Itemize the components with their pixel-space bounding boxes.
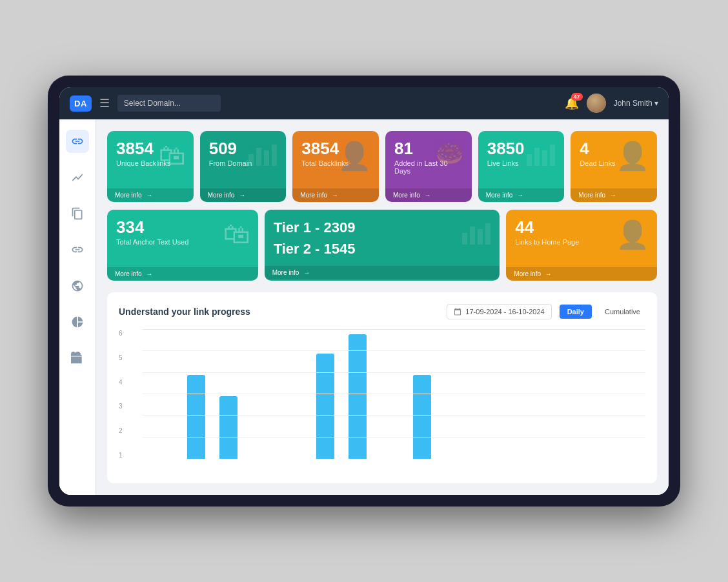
domain-select[interactable]: Select Domain... <box>117 95 221 112</box>
stats-row-1: 3854 Unique Backlinks 🛍 More info → 509 … <box>107 131 657 202</box>
svg-rect-9 <box>470 226 475 245</box>
sidebar <box>59 119 96 495</box>
main-layout: 3854 Unique Backlinks 🛍 More info → 509 … <box>59 119 669 495</box>
total-anchor-more[interactable]: More info → <box>107 267 258 281</box>
date-range-button[interactable]: 17-09-2024 - 16-10-2024 <box>447 304 551 319</box>
card-from-domain: 509 From Domain More info → <box>200 131 287 202</box>
added-30-days-more[interactable]: More info → <box>385 188 472 202</box>
card-added-30-days: 81 Added in Last 30 Days 🍩 More info → <box>385 131 472 202</box>
from-domain-more[interactable]: More info → <box>200 188 287 202</box>
svg-rect-5 <box>534 148 540 166</box>
tier2-number: Tier 2 - 1545 <box>274 240 491 259</box>
sidebar-item-pie[interactable] <box>66 310 89 334</box>
card-links-home: 44 Links to Home Page 👤 More info → <box>506 210 657 281</box>
y-label-4: 4 <box>119 379 123 386</box>
dead-links-icon: 👤 <box>616 140 649 172</box>
avatar <box>587 94 606 113</box>
bag-icon: 🛍 <box>159 140 186 171</box>
svg-rect-7 <box>550 145 555 166</box>
bell-wrap: 🔔 47 <box>565 96 579 110</box>
y-label-2: 2 <box>119 427 123 434</box>
svg-rect-6 <box>542 150 547 166</box>
svg-rect-1 <box>256 148 261 166</box>
svg-rect-0 <box>248 154 254 166</box>
svg-rect-11 <box>485 223 490 245</box>
card-unique-backlinks: 3854 Unique Backlinks 🛍 More info → <box>107 131 194 202</box>
live-links-chart-icon <box>525 141 558 170</box>
card-dead-links: 4 Dead Links 👤 More info → <box>571 131 657 202</box>
sidebar-item-reports[interactable] <box>66 346 89 370</box>
screen: DA ☰ Select Domain... 🔔 47 John Smith ▾ <box>59 87 669 495</box>
live-links-more[interactable]: More info → <box>478 188 565 202</box>
sidebar-item-links[interactable] <box>66 238 89 261</box>
tier1-number: Tier 1 - 2309 <box>274 219 491 237</box>
anchor-bag-icon: 🛍 <box>223 219 250 250</box>
y-label-6: 6 <box>119 330 123 337</box>
y-axis-labels: 1 2 3 4 5 6 <box>119 330 123 459</box>
svg-rect-10 <box>478 229 483 245</box>
card-live-links: 3850 Live Links More info → <box>478 131 565 202</box>
pie-chart-icon: 🍩 <box>435 140 464 167</box>
avatar-image <box>587 94 606 113</box>
svg-rect-8 <box>462 233 467 245</box>
chart-bars-icon <box>247 141 279 170</box>
hamburger-button[interactable]: ☰ <box>99 96 110 110</box>
dead-links-more[interactable]: More info → <box>571 188 657 202</box>
links-home-more[interactable]: More info → <box>506 267 657 281</box>
sidebar-item-network[interactable] <box>66 274 89 297</box>
svg-rect-3 <box>272 145 277 166</box>
y-label-1: 1 <box>119 452 123 459</box>
person-plus-icon: 👤 <box>338 140 371 172</box>
chart-title: Understand your link progress <box>119 306 439 317</box>
sidebar-item-pages[interactable] <box>66 202 89 225</box>
date-range-text: 17-09-2024 - 16-10-2024 <box>465 308 544 316</box>
content-area: 3854 Unique Backlinks 🛍 More info → 509 … <box>96 119 669 495</box>
username-text[interactable]: John Smith ▾ <box>614 99 658 108</box>
nav-right: 🔔 47 John Smith ▾ <box>565 94 658 113</box>
stats-row-2: 334 Total Anchor Text Used 🛍 More info →… <box>107 210 657 281</box>
top-nav: DA ☰ Select Domain... 🔔 47 John Smith ▾ <box>59 87 669 119</box>
svg-rect-2 <box>264 150 269 166</box>
chart-grid <box>142 330 645 459</box>
total-backlinks-more[interactable]: More info → <box>292 188 379 202</box>
device-frame: DA ☰ Select Domain... 🔔 47 John Smith ▾ <box>48 75 680 507</box>
card-total-anchor: 334 Total Anchor Text Used 🛍 More info → <box>107 210 258 281</box>
links-home-icon: 👤 <box>616 219 649 250</box>
svg-rect-4 <box>527 154 532 166</box>
sidebar-item-analytics[interactable] <box>66 166 89 189</box>
logo: DA <box>70 95 92 112</box>
bar-chart: 1 2 3 4 5 6 <box>119 330 645 472</box>
tier-chart-icon <box>461 220 493 248</box>
unique-backlinks-more[interactable]: More info → <box>107 188 194 202</box>
y-label-3: 3 <box>119 403 123 410</box>
card-tier-links: Tier 1 - 2309 Tier 2 - 1545 <box>265 210 500 281</box>
notification-badge: 47 <box>571 93 583 101</box>
y-label-5: 5 <box>119 354 123 361</box>
card-total-backlinks: 3854 Total Backlinks 👤 More info → <box>292 131 379 202</box>
chart-section: Understand your link progress 17-09-2024… <box>107 292 657 483</box>
chart-header: Understand your link progress 17-09-2024… <box>119 304 645 319</box>
daily-view-button[interactable]: Daily <box>560 305 592 319</box>
cumulative-view-button[interactable]: Cumulative <box>600 305 645 319</box>
sidebar-item-backlinks[interactable] <box>66 130 89 153</box>
tier-links-more[interactable]: More info → <box>265 266 500 279</box>
